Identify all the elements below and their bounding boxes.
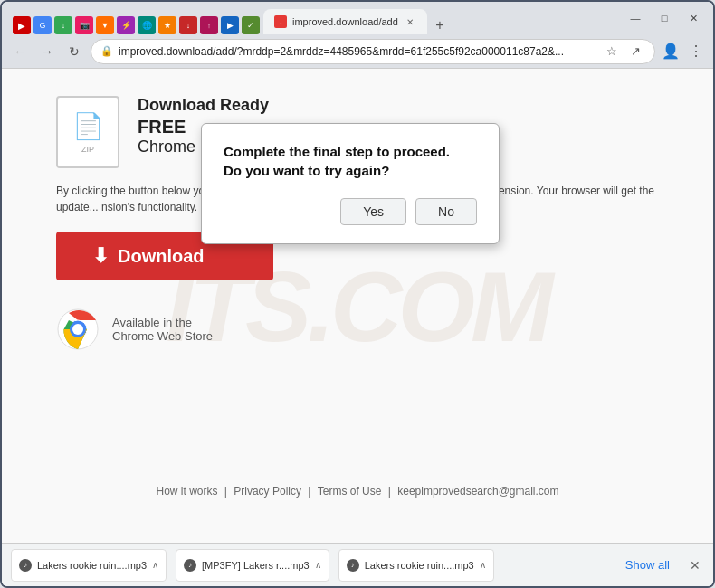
bookmark-button[interactable]: ☆ <box>602 42 622 62</box>
window-controls: — □ ✕ <box>623 9 706 27</box>
share-button[interactable]: ↗ <box>625 42 645 62</box>
tab-close-button[interactable]: ✕ <box>404 15 416 28</box>
download-file-icon-2: ♪ <box>184 559 196 572</box>
dialog-yes-button[interactable]: Yes <box>340 198 406 225</box>
ext-icon-2[interactable]: G <box>33 16 52 34</box>
url-text: improved.download/add/?mrddp=2&mrddz=448… <box>119 45 596 58</box>
address-actions: ☆ ↗ <box>602 42 645 62</box>
minimize-button[interactable]: — <box>623 9 648 27</box>
dialog-buttons: Yes No <box>224 198 477 225</box>
ext-icon-8[interactable]: ★ <box>158 16 176 34</box>
show-all-button[interactable]: Show all <box>618 555 677 575</box>
page-content: ITS.COM 📄 ZIP Download Ready FREE Chrome… <box>2 69 713 543</box>
tab-title: improved.download/add <box>292 16 398 27</box>
ext-icon-1[interactable]: ▶ <box>13 16 31 34</box>
download-file-icon-3: ♪ <box>347 559 359 572</box>
new-tab-button[interactable]: + <box>431 16 449 34</box>
dialog-message: Complete the final step to proceed. Do y… <box>224 142 477 180</box>
back-button[interactable]: ← <box>9 41 31 62</box>
download-filename-1: Lakers rookie ruin....mp3 <box>37 560 147 571</box>
browser-window: ▶ G ↓ 📷 ▼ ⚡ 🌐 ★ ↓ ↑ ▶ ✓ ↓ improved.downl… <box>0 0 715 588</box>
download-chevron-2[interactable]: ∧ <box>315 560 321 570</box>
ext-icon-10[interactable]: ↑ <box>200 16 218 34</box>
download-filename-2: [MP3FY] Lakers r....mp3 <box>202 560 310 571</box>
title-bar: ▶ G ↓ 📷 ▼ ⚡ 🌐 ★ ↓ ↑ ▶ ✓ ↓ improved.downl… <box>2 2 713 34</box>
menu-button[interactable]: ⋮ <box>686 42 706 62</box>
lock-icon: 🔒 <box>100 45 113 57</box>
download-chevron-1[interactable]: ∧ <box>152 560 158 570</box>
dialog-overlay: Complete the final step to proceed. Do y… <box>2 69 713 543</box>
ext-icon-3[interactable]: ↓ <box>54 16 72 34</box>
dialog-box: Complete the final step to proceed. Do y… <box>201 123 500 244</box>
active-tab[interactable]: ↓ improved.download/add ✕ <box>263 9 427 34</box>
ext-icon-5[interactable]: ▼ <box>96 16 114 34</box>
profile-button[interactable]: 👤 <box>661 42 681 62</box>
ext-icon-11[interactable]: ▶ <box>221 16 239 34</box>
download-item-2[interactable]: ♪ [MP3FY] Lakers r....mp3 ∧ <box>176 549 329 582</box>
download-file-icon-1: ♪ <box>19 559 32 572</box>
dialog-message-line1: Complete the final step to proceed. <box>224 144 450 159</box>
dialog-no-button[interactable]: No <box>415 198 477 225</box>
ext-icon-7[interactable]: 🌐 <box>138 16 156 34</box>
address-bar-input[interactable]: 🔒 improved.download/add/?mrddp=2&mrddz=4… <box>91 39 655 64</box>
downloads-bar: ♪ Lakers rookie ruin....mp3 ∧ ♪ [MP3FY] … <box>2 543 713 586</box>
ext-icon-6[interactable]: ⚡ <box>117 16 135 34</box>
ext-icon-9[interactable]: ↓ <box>179 16 197 34</box>
ext-icon-4[interactable]: 📷 <box>75 16 93 34</box>
download-filename-3: Lakers rookie ruin....mp3 <box>365 560 474 571</box>
download-chevron-3[interactable]: ∧ <box>480 560 486 570</box>
maximize-button[interactable]: □ <box>652 9 677 27</box>
close-downloads-bar-button[interactable]: ✕ <box>686 555 704 576</box>
tab-bar: ▶ G ↓ 📷 ▼ ⚡ 🌐 ★ ↓ ↑ ▶ ✓ ↓ improved.downl… <box>9 2 617 34</box>
forward-button[interactable]: → <box>36 41 58 62</box>
close-window-button[interactable]: ✕ <box>681 9 706 27</box>
reload-button[interactable]: ↻ <box>63 41 85 62</box>
ext-icon-12[interactable]: ✓ <box>242 16 260 34</box>
download-item-1[interactable]: ♪ Lakers rookie ruin....mp3 ∧ <box>11 549 167 582</box>
address-bar: ← → ↻ 🔒 improved.download/add/?mrddp=2&m… <box>2 34 713 69</box>
dialog-message-line2: Do you want to try again? <box>224 163 389 178</box>
tab-favicon: ↓ <box>274 15 287 28</box>
download-item-3[interactable]: ♪ Lakers rookie ruin....mp3 ∧ <box>338 549 494 582</box>
